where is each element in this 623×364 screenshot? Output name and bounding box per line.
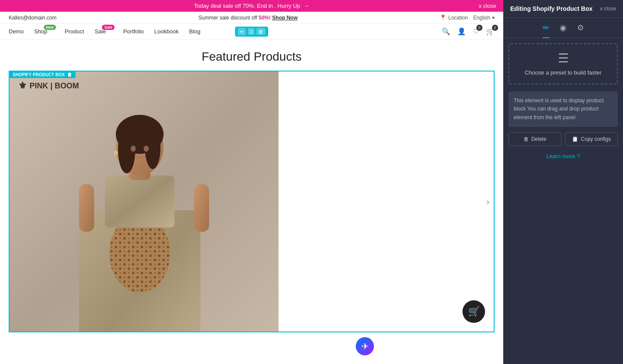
carousel-next-arrow[interactable]: ›	[486, 197, 489, 207]
product-right-area	[279, 72, 494, 332]
messenger-icon: ✈	[361, 341, 369, 351]
page-content: Featured Products SHOPIFY PRODUCT BOX 🗑 …	[0, 39, 503, 364]
learn-more-icon: ?	[577, 153, 580, 159]
right-panel: Editing Shopify Product Box x close ✏ ◉ …	[503, 0, 623, 364]
preset-icon: ☰	[558, 51, 569, 65]
location-label: Location	[448, 15, 468, 21]
fashion-image	[10, 72, 279, 332]
cart-icon[interactable]: 🛒0	[486, 27, 495, 36]
nav-item-sale[interactable]: Sale Sale	[95, 28, 106, 35]
delete-button[interactable]: 🗑 Delete	[508, 132, 561, 146]
delete-icon: 🗑	[524, 136, 529, 142]
panel-close-btn[interactable]: x close	[600, 6, 616, 12]
toolbar-count-btn[interactable]: 1	[248, 28, 255, 35]
location-selector[interactable]: 📍 Location	[439, 14, 468, 21]
nav-item-product[interactable]: Product	[65, 28, 84, 35]
announcement-close[interactable]: x close	[479, 3, 496, 9]
learn-more-text: Learn more	[546, 153, 575, 159]
svg-point-15	[131, 146, 136, 152]
logo-icon: ⚜	[18, 80, 27, 91]
product-box-delete-icon[interactable]: 🗑	[67, 72, 72, 77]
messenger-button[interactable]: ✈	[356, 337, 374, 355]
wishlist-icon[interactable]: ♡0	[473, 27, 479, 36]
summer-sale-prefix: Summer sale discount off	[198, 15, 257, 21]
cart-count: 0	[492, 25, 498, 31]
delete-label: Delete	[531, 136, 547, 142]
floating-cart-icon: 🛒	[468, 306, 480, 317]
announcement-bar: Today deal sale off 70%. End in . Hurry …	[0, 0, 503, 12]
product-box-label-text: SHOPIFY PRODUCT BOX	[13, 72, 65, 77]
nav-item-portfolio[interactable]: Portfolio	[123, 28, 144, 35]
svg-point-19	[114, 151, 118, 155]
tab-design-icon: ◉	[560, 23, 567, 32]
featured-heading: Featured Products	[0, 39, 503, 71]
badge-new: New	[44, 25, 56, 30]
tab-settings-icon: ⚙	[577, 23, 584, 32]
language-label: English	[473, 15, 490, 21]
tab-edit-icon: ✏	[543, 23, 549, 32]
nav-item-shop[interactable]: Shop New	[34, 28, 47, 35]
summer-sale-percent: 50%!	[259, 15, 271, 21]
shop-now-link[interactable]: Shop Now	[272, 15, 298, 21]
copy-icon: 📋	[572, 136, 578, 142]
tab-settings[interactable]: ⚙	[577, 21, 584, 34]
nav-toolbar: ✏ 1 🗑	[235, 26, 268, 36]
panel-actions: 🗑 Delete 📋 Copy configs	[508, 132, 618, 146]
language-selector[interactable]: English ▾	[473, 15, 495, 21]
logo-text: PINK | BOOM	[30, 81, 79, 91]
svg-point-16	[144, 146, 149, 152]
location-icon: 📍	[439, 14, 446, 21]
svg-rect-17	[79, 184, 94, 232]
badge-sale: Sale	[102, 25, 115, 30]
main-nav: Demo Shop New Product Sale Sale Portfoli…	[0, 24, 503, 39]
product-box-label: SHOPIFY PRODUCT BOX 🗑	[9, 71, 75, 78]
panel-header: Editing Shopify Product Box x close	[503, 0, 623, 18]
search-icon[interactable]: 🔍	[442, 27, 450, 36]
preset-label: Choose a preset to build faster	[525, 69, 601, 77]
language-arrow: ▾	[492, 15, 495, 21]
toolbar-delete-btn[interactable]: 🗑	[256, 28, 266, 35]
svg-rect-18	[194, 184, 209, 232]
email: Kalles@domain.com	[9, 15, 56, 21]
announcement-arrow: →	[304, 3, 309, 9]
wishlist-count: 0	[476, 25, 482, 31]
panel-description: This element is used to display product …	[508, 91, 618, 127]
shopify-product-box: SHOPIFY PRODUCT BOX 🗑 ⚜ PINK | BOOM	[9, 71, 495, 332]
announcement-text: Today deal sale off 70%. End in . Hurry …	[194, 3, 300, 9]
tab-design[interactable]: ◉	[560, 21, 567, 34]
user-icon[interactable]: 👤	[457, 27, 466, 36]
topbar-right: 📍 Location English ▾	[439, 14, 495, 21]
fashion-svg	[10, 72, 279, 332]
floating-cart-button[interactable]: 🛒	[462, 300, 485, 323]
nav-item-demo[interactable]: Demo	[9, 28, 24, 35]
copy-configs-button[interactable]: 📋 Copy configs	[565, 132, 618, 146]
product-logo: ⚜ PINK | BOOM	[18, 80, 79, 91]
toolbar-edit-btn[interactable]: ✏	[238, 28, 246, 35]
main-content: Today deal sale off 70%. End in . Hurry …	[0, 0, 503, 364]
panel-tabs: ✏ ◉ ⚙	[503, 18, 623, 38]
panel-title: Editing Shopify Product Box	[510, 5, 593, 12]
summer-sale: Summer sale discount off 50%! Shop Now	[198, 15, 298, 21]
tab-edit[interactable]: ✏	[543, 21, 549, 34]
nav-item-blog[interactable]: Blog	[189, 28, 200, 35]
nav-left: Demo Shop New Product Sale Sale Portfoli…	[9, 28, 200, 35]
svg-rect-9	[105, 176, 174, 228]
nav-item-lookbook[interactable]: Lookbook	[154, 28, 179, 35]
product-image-area: ⚜ PINK | BOOM	[10, 72, 279, 332]
copy-label: Copy configs	[581, 136, 611, 142]
preset-area[interactable]: ☰ Choose a preset to build faster	[508, 43, 618, 84]
learn-more-link[interactable]: Learn more ?	[510, 153, 616, 159]
nav-right: 🔍 👤 ♡0 🛒0	[442, 27, 495, 36]
header-topbar: Kalles@domain.com Summer sale discount o…	[0, 12, 503, 24]
